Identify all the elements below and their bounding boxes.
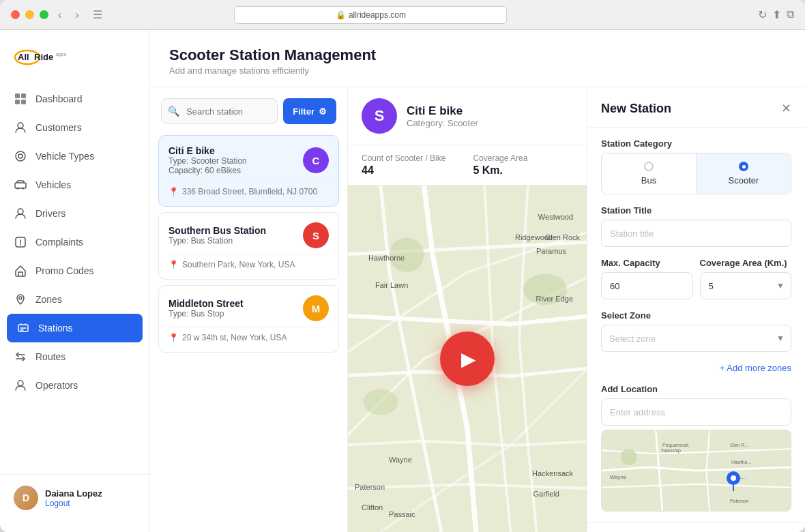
sidebar-item-zones[interactable]: Zones	[0, 285, 149, 314]
station-card-middleton[interactable]: Middleton Street Type: Bus Stop M 📍 20 w…	[158, 285, 339, 353]
svg-rect-11	[15, 183, 26, 188]
station-type-3: Type: Bus Stop	[169, 309, 244, 319]
sidebar-item-vehicle-types[interactable]: Vehicle Types	[0, 142, 149, 171]
play-button[interactable]: ▶	[440, 331, 495, 386]
map-detail-header: S Citi E bike Category: Scooter	[348, 87, 587, 145]
tabs-icon[interactable]: ⧉	[787, 8, 794, 21]
form-group-capacity: Max. Capacity	[601, 258, 693, 299]
station-big-avatar: S	[362, 98, 397, 134]
zone-label: Select Zone	[601, 310, 791, 321]
customers-icon	[14, 121, 27, 134]
sidebar: All Ride apps Dashboard Customers	[0, 30, 150, 532]
drivers-label: Drivers	[35, 208, 65, 219]
detail-avatar-letter: S	[375, 107, 385, 125]
scooter-label: Scooter	[729, 175, 759, 186]
map-label-wayne: Wayne	[389, 456, 412, 464]
map-label-glen-rock: Glen Rock	[545, 233, 580, 241]
scooter-radio[interactable]	[739, 162, 748, 171]
forward-btn[interactable]: ›	[71, 8, 83, 23]
map-label-river-edge: River Edge	[536, 295, 573, 303]
logout-link[interactable]: Logout	[45, 499, 102, 508]
search-input-wrap: 🔍	[161, 98, 278, 124]
category-scooter[interactable]: Scooter	[697, 153, 791, 194]
sidebar-item-promo-codes[interactable]: Promo Codes	[0, 256, 149, 285]
panel-footer: Cancel Add Station	[587, 522, 805, 532]
zone-select-wrap: ▼ Select zone	[601, 325, 791, 352]
category-options: Bus Scooter	[601, 153, 791, 194]
svg-text:Wayne: Wayne	[610, 474, 627, 480]
complaints-icon	[14, 235, 27, 249]
vehicle-types-label: Vehicle Types	[35, 151, 94, 162]
svg-point-25	[621, 449, 637, 465]
search-bar: 🔍 Filter ⚙	[150, 87, 347, 135]
filter-button[interactable]: Filter ⚙	[283, 98, 336, 124]
browser-titlebar: ‹ › ☰ 🔒 allrideapps.com ↻ ⬆ ⧉	[0, 0, 805, 30]
browser-actions: ↻ ⬆ ⧉	[758, 8, 794, 21]
svg-point-8	[18, 123, 23, 128]
vehicles-label: Vehicles	[35, 179, 71, 190]
sidebar-item-complaints[interactable]: Complaints	[0, 228, 149, 256]
filter-icon: ⚙	[319, 106, 327, 117]
station-address-2: 📍 Southern Park, New York, USA	[169, 254, 329, 269]
form-group-location: Add Location	[601, 384, 791, 512]
promo-icon	[14, 264, 27, 278]
station-stats: Count of Scooter / Bike 44 Coverage Area…	[348, 145, 587, 186]
station-card-citi[interactable]: Citi E bike Type: Scooter Station Capaci…	[158, 135, 339, 207]
svg-text:Glen R...: Glen R...	[730, 443, 748, 447]
sidebar-item-customers[interactable]: Customers	[0, 113, 149, 142]
svg-point-9	[16, 151, 25, 161]
capacity-input[interactable]	[601, 272, 693, 299]
svg-text:Township: Township	[661, 448, 681, 454]
sidebar-item-vehicles[interactable]: Vehicles	[0, 171, 149, 199]
coverage-select[interactable]: 5 10 15	[700, 272, 792, 299]
sidebar-footer: D Daiana Lopez Logout	[0, 474, 149, 521]
station-avatar-1: C	[303, 147, 329, 173]
close-panel-button[interactable]: ✕	[781, 101, 791, 116]
location-input[interactable]	[601, 398, 791, 426]
page-subtitle: Add and manage stations efficiently	[169, 65, 786, 76]
sidebar-item-drivers[interactable]: Drivers	[0, 199, 149, 228]
sidebar-item-dashboard[interactable]: Dashboard	[0, 85, 149, 113]
share-icon[interactable]: ⬆	[772, 8, 781, 21]
main-content: Scooter Station Management Add and manag…	[150, 30, 805, 532]
map-container[interactable]: Westwood Ridgewood Hawthorne Paramus Gle…	[348, 186, 587, 532]
add-more-zones-link[interactable]: + Add more zones	[601, 363, 791, 373]
map-label-hawthorne: Hawthorne	[368, 254, 405, 262]
svg-text:apps: apps	[56, 52, 67, 57]
sidebar-item-stations[interactable]: Stations	[7, 314, 143, 342]
zone-select[interactable]	[601, 325, 791, 352]
svg-rect-6	[15, 100, 20, 104]
station-name-3: Middleton Street	[169, 298, 244, 309]
station-card-southern[interactable]: Southern Bus Station Type: Bus Station S…	[158, 212, 339, 280]
maximize-window-btn[interactable]	[40, 10, 48, 19]
sidebar-item-routes[interactable]: Routes	[0, 342, 149, 371]
lock-icon: 🔒	[336, 10, 346, 20]
station-detail-name: Citi E bike	[407, 104, 478, 118]
svg-text:Ride: Ride	[34, 52, 53, 62]
category-bus[interactable]: Bus	[602, 153, 697, 194]
bus-radio[interactable]	[644, 162, 654, 171]
stat-count: Count of Scooter / Bike 44	[362, 153, 445, 177]
svg-text:All: All	[18, 52, 29, 62]
close-window-btn[interactable]	[11, 10, 20, 19]
map-label-passaic: Passaic	[389, 510, 415, 518]
map-label-garfield: Garfield	[533, 490, 559, 498]
capacity-label: Max. Capacity	[601, 258, 693, 268]
svg-point-13	[23, 188, 25, 190]
location-pin-icon-3: 📍	[169, 333, 179, 342]
back-btn[interactable]: ‹	[54, 8, 65, 23]
station-title-input[interactable]	[601, 220, 791, 247]
url-bar: 🔒 allrideapps.com	[234, 6, 507, 24]
promo-label: Promo Codes	[35, 265, 94, 276]
sidebar-item-operators[interactable]: Operators	[0, 371, 149, 400]
stat-coverage: Coverage Area 5 Km.	[473, 153, 527, 177]
svg-text:Hawtho...: Hawtho...	[731, 460, 751, 464]
minimize-window-btn[interactable]	[25, 10, 34, 19]
sidebar-toggle-btn[interactable]: ☰	[89, 7, 106, 23]
refresh-icon[interactable]: ↻	[758, 8, 767, 21]
coverage-label: Coverage Area (Km.)	[700, 258, 792, 268]
main-inner: 🔍 Filter ⚙ Citi E	[150, 87, 805, 532]
svg-point-22	[364, 389, 398, 415]
location-label: Add Location	[601, 384, 791, 394]
mini-map: Wayne Pequannock Township Glen R... Hawt…	[601, 430, 791, 512]
